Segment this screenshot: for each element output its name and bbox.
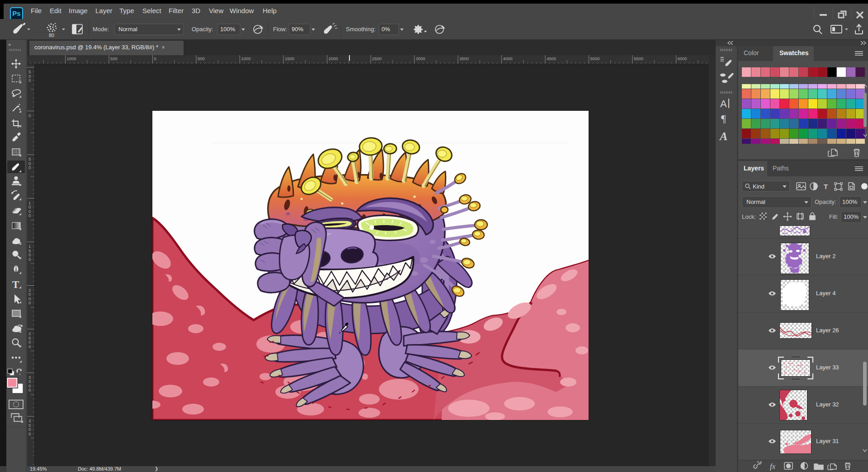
svg-text:4000: 4000 xyxy=(503,56,513,61)
svg-text:0: 0 xyxy=(154,56,156,61)
svg-text:3000: 3000 xyxy=(416,56,425,61)
svg-text:1000: 1000 xyxy=(67,56,76,61)
svg-text:fx: fx xyxy=(770,462,776,471)
svg-text:1500: 1500 xyxy=(285,56,294,61)
svg-text:0: 0 xyxy=(28,78,31,83)
svg-text:1000: 1000 xyxy=(241,56,251,61)
svg-text:0: 0 xyxy=(28,257,31,262)
svg-text:0: 0 xyxy=(28,165,31,170)
svg-text:»: » xyxy=(8,42,11,47)
svg-text:Opacity:: Opacity: xyxy=(192,26,213,33)
svg-text:0: 0 xyxy=(28,300,31,305)
svg-text:6000: 6000 xyxy=(678,56,687,61)
svg-text:4500: 4500 xyxy=(547,56,556,61)
svg-text:80: 80 xyxy=(49,33,54,38)
svg-text:A: A xyxy=(720,98,727,109)
svg-text:0: 0 xyxy=(28,113,31,118)
svg-text:5000: 5000 xyxy=(590,56,600,61)
svg-text:¶: ¶ xyxy=(721,113,726,124)
svg-text:A: A xyxy=(719,130,727,143)
svg-text:0%: 0% xyxy=(382,26,390,33)
svg-text:0: 0 xyxy=(28,213,31,218)
svg-text:500: 500 xyxy=(198,56,205,61)
svg-text:T: T xyxy=(12,279,19,290)
svg-text:Smoothing:: Smoothing: xyxy=(346,26,376,33)
svg-text:500: 500 xyxy=(110,56,118,61)
svg-text:T: T xyxy=(824,183,828,190)
svg-text:90%: 90% xyxy=(292,26,303,33)
svg-text:3500: 3500 xyxy=(459,56,469,61)
svg-text:100%: 100% xyxy=(220,26,236,33)
svg-text:2500: 2500 xyxy=(372,56,382,61)
svg-text:2000: 2000 xyxy=(329,56,338,61)
svg-text:0: 0 xyxy=(28,431,31,436)
svg-text:5500: 5500 xyxy=(634,56,643,61)
svg-text:Mode:: Mode: xyxy=(93,26,109,33)
svg-text:0: 0 xyxy=(28,387,31,392)
svg-text:Flow:: Flow: xyxy=(273,26,287,33)
svg-text:0: 0 xyxy=(28,344,31,349)
svg-text:Normal: Normal xyxy=(118,26,137,33)
